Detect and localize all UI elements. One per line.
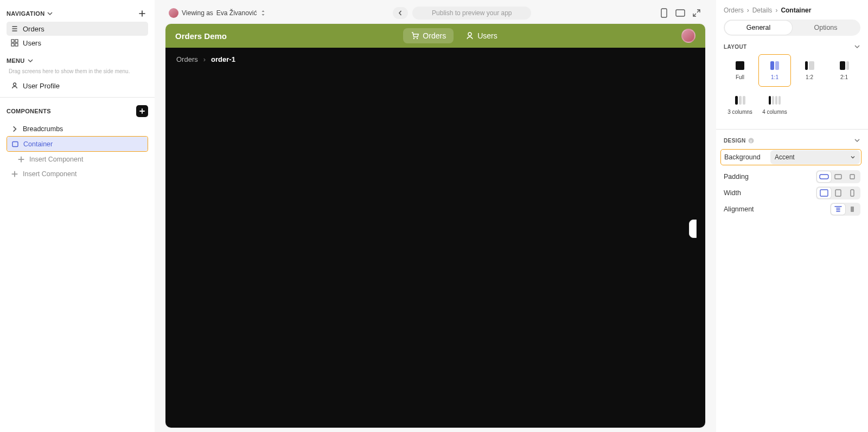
nav-link-orders[interactable]: Orders (403, 28, 454, 43)
tree-item-label: Insert Component (23, 170, 76, 178)
menu-section-title[interactable]: MENU (7, 57, 34, 64)
svg-rect-0 (11, 40, 14, 42)
alignment-row: Alignment (724, 201, 860, 217)
width-medium[interactable] (831, 188, 845, 198)
width-row: Width (724, 185, 860, 201)
user-icon (465, 31, 474, 40)
width-label: Width (724, 189, 741, 197)
menu-hint: Drag screens here to show them in the si… (7, 66, 148, 79)
design-group-title[interactable]: DESIGN i (724, 130, 860, 148)
chevron-left-icon (398, 10, 403, 16)
svg-rect-7 (676, 10, 685, 16)
svg-rect-16 (820, 190, 828, 196)
panel-tabs: General Options (724, 20, 860, 36)
viewer-name: Eva Živanović (216, 9, 257, 17)
svg-rect-19 (851, 207, 854, 212)
padding-small[interactable] (817, 171, 831, 182)
preview-shell: Orders Demo Orders Users Orders › (165, 24, 705, 428)
publish-pill[interactable]: Publish to preview your app (412, 7, 531, 20)
divider (0, 97, 155, 98)
sidebar-item-orders[interactable]: Orders (7, 22, 148, 36)
tab-options[interactable]: Options (792, 21, 859, 35)
chevron-right-icon (11, 125, 18, 133)
align-top[interactable] (831, 204, 845, 215)
padding-label: Padding (724, 173, 749, 180)
plus-icon (17, 156, 25, 163)
panel-breadcrumb: Orders › Details › Container (724, 7, 860, 14)
alignment-label: Alignment (724, 205, 754, 213)
cart-icon (411, 31, 419, 40)
back-button[interactable] (393, 7, 408, 19)
svg-rect-18 (851, 190, 854, 196)
viewer-avatar (169, 8, 178, 18)
background-label: Background (724, 153, 761, 161)
chevron-down-icon (854, 137, 860, 144)
navigation-section-title[interactable]: NAVIGATION (7, 10, 53, 17)
component-breadcrumbs[interactable]: Breadcrumbs (7, 121, 148, 136)
svg-rect-17 (835, 190, 841, 196)
width-narrow[interactable] (845, 188, 859, 198)
svg-rect-5 (12, 141, 18, 146)
svg-point-4 (14, 83, 16, 86)
layout-full[interactable]: Full (724, 54, 756, 87)
layout-4-columns[interactable]: 4 columns (758, 89, 791, 121)
padding-medium[interactable] (831, 171, 845, 182)
sidebar-item-label: User Profile (23, 82, 60, 90)
layout-group-title[interactable]: LAYOUT (724, 36, 860, 54)
tab-general[interactable]: General (725, 21, 792, 35)
viewer-prefix: Viewing as (182, 9, 213, 17)
preview-topbar: Viewing as Eva Živanović Publish to prev… (165, 4, 705, 22)
components-section-title: COMPONENTS (7, 108, 51, 114)
crumb[interactable]: Details (752, 7, 773, 14)
svg-rect-14 (835, 175, 841, 179)
sidebar-item-label: Users (23, 39, 41, 47)
tree-item-label: Breadcrumbs (23, 125, 63, 133)
viewer-chip[interactable]: Viewing as Eva Živanović (169, 8, 266, 18)
user-icon (11, 82, 18, 89)
svg-point-9 (417, 38, 418, 39)
tree-item-label: Insert Component (29, 156, 83, 163)
mobile-preview-button[interactable] (659, 8, 669, 18)
layout-2-1[interactable]: 2:1 (828, 54, 860, 87)
width-full[interactable] (817, 188, 831, 198)
layout-1-2[interactable]: 1:2 (793, 54, 826, 87)
svg-rect-6 (661, 9, 667, 17)
svg-rect-15 (850, 175, 854, 179)
nav-link-users[interactable]: Users (458, 28, 505, 43)
align-center[interactable] (845, 204, 859, 215)
plus-icon (11, 170, 18, 178)
svg-rect-1 (15, 40, 18, 42)
tablet-preview-button[interactable] (675, 8, 686, 18)
panel-collapse-handle[interactable] (689, 220, 697, 238)
crumb-root[interactable]: Orders (176, 55, 198, 63)
sort-icon (260, 10, 266, 16)
component-container[interactable]: Container (7, 137, 148, 151)
layout-3-columns[interactable]: 3 columns (724, 89, 756, 121)
layout-1-1[interactable]: 1:1 (758, 54, 791, 87)
right-panel: Orders › Details › Container General Opt… (716, 0, 868, 432)
background-select[interactable]: Accent (770, 150, 860, 164)
expand-button[interactable] (691, 8, 702, 18)
padding-large[interactable] (845, 171, 859, 182)
sidebar-item-user-profile[interactable]: User Profile (7, 79, 148, 93)
chevron-down-icon (850, 154, 856, 160)
crumb[interactable]: Orders (724, 7, 744, 14)
left-panel: NAVIGATION Orders Users MENU (0, 0, 155, 432)
insert-component-1[interactable]: Insert Component (7, 152, 148, 166)
svg-rect-3 (15, 43, 18, 46)
components-add-button[interactable] (136, 105, 148, 117)
chevron-down-icon (27, 57, 34, 64)
chevron-down-icon (854, 43, 860, 50)
grid-icon (11, 39, 18, 47)
app-brand: Orders Demo (175, 31, 227, 41)
insert-component-2[interactable]: Insert Component (7, 166, 148, 181)
svg-rect-13 (820, 175, 828, 179)
preview-body: Orders › order-1 (165, 48, 705, 428)
list-icon (11, 25, 18, 33)
svg-point-8 (413, 38, 414, 39)
sidebar-item-label: Orders (23, 25, 44, 33)
navigation-add-button[interactable] (136, 8, 148, 20)
sidebar-item-users[interactable]: Users (7, 36, 148, 50)
user-avatar[interactable] (681, 29, 695, 43)
width-toggle (816, 186, 860, 199)
